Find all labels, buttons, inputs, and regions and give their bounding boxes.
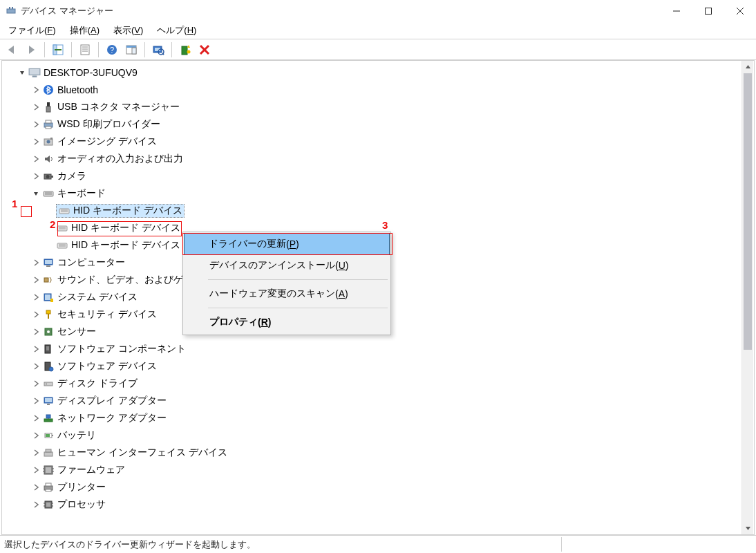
tree-category-label: ディスプレイ アダプター [57,395,167,407]
chevron-right-icon[interactable] [30,498,42,511]
tree-category[interactable]: プリンター [2,478,754,496]
vertical-scrollbar[interactable] [741,61,753,534]
tree-root[interactable]: DESKTOP-3UFUQV9 [2,64,754,81]
ctx-update-driver-accel: P [290,238,296,250]
tree-category[interactable]: ヒューマン インターフェイス デバイス [2,444,754,461]
tree-category[interactable]: プロセッサ [2,496,754,513]
toolbar-separator [71,42,72,57]
tree-category[interactable]: ネットワーク アダプター [2,409,754,427]
tree-category-label: ネットワーク アダプター [57,412,167,424]
tree-category[interactable]: ファームウェア [2,461,754,478]
audio-icon [42,153,55,165]
window-title: デバイス マネージャー [21,5,661,17]
scroll-up-icon[interactable] [742,61,753,73]
chevron-right-icon[interactable] [30,377,42,390]
properties-button[interactable] [76,41,94,59]
tree-category[interactable]: イメージング デバイス [2,133,754,150]
menu-help[interactable]: ヘルプ(H) [150,23,203,38]
svg-rect-56 [44,278,48,282]
scroll-thumb[interactable] [744,73,752,350]
tree-device[interactable]: HID キーボード デバイス [2,202,754,219]
battery-icon [42,429,55,442]
chevron-right-icon[interactable] [30,481,42,494]
chevron-right-icon[interactable] [30,274,42,286]
tree-category-label: Bluetooth [57,84,98,95]
chevron-down-icon[interactable] [30,187,42,200]
chevron-right-icon[interactable] [30,135,42,148]
show-hide-tree-button[interactable] [49,41,67,59]
ctx-uninstall-device[interactable]: デバイスのアンインストール(U) [185,254,389,276]
chevron-right-icon[interactable] [30,153,42,165]
chevron-right-icon[interactable] [30,291,42,303]
tree-category[interactable]: オーディオの入力および出力 [2,150,754,167]
chevron-right-icon[interactable] [30,412,42,424]
chevron-right-icon[interactable] [30,308,42,321]
menu-file[interactable]: ファイル(F) [1,23,63,38]
tree-category[interactable]: WSD 印刷プロバイダー [2,115,754,133]
tree-category-label: オーディオの入力および出力 [57,153,183,165]
update-driver-button[interactable] [176,41,194,59]
tree-category[interactable]: バッテリ [2,427,754,444]
menu-action[interactable]: 操作(A) [63,23,106,38]
tree-category-label: ソフトウェア コンポーネント [57,343,186,355]
tree-category-label: プリンター [57,481,106,494]
scan-hardware-button[interactable] [149,41,167,59]
svg-rect-0 [7,9,15,13]
ctx-properties[interactable]: プロパティ(R) [185,311,389,333]
details-pane-icon [125,44,138,56]
svg-rect-61 [48,314,49,319]
disable-device-button[interactable] [196,41,214,59]
update-driver-icon [179,44,191,56]
maximize-button[interactable] [692,0,724,22]
chevron-right-icon[interactable] [30,170,42,182]
svg-rect-33 [46,120,51,123]
tree-category[interactable]: ディスプレイ アダプター [2,392,754,409]
svg-rect-73 [44,419,53,422]
tree-category[interactable]: キーボード [2,185,754,202]
tree-category-label: ファームウェア [57,464,125,476]
chevron-right-icon[interactable] [30,395,42,407]
svg-text:?: ? [110,46,114,54]
tree-category[interactable]: カメラ [2,167,754,185]
properties-sheet-icon [79,44,91,56]
chevron-right-icon[interactable] [30,256,42,269]
scroll-down-icon[interactable] [742,523,753,534]
tree-category-label: WSD 印刷プロバイダー [57,118,160,131]
help-button[interactable]: ? [103,41,121,59]
svg-rect-4 [706,8,712,14]
chevron-right-icon[interactable] [30,343,42,355]
ctx-update-driver[interactable]: ドライバーの更新(P) [184,233,390,255]
back-button[interactable] [3,41,21,59]
tree-category[interactable]: USB コネクタ マネージャー [2,98,754,115]
toolbar: ? [0,39,756,60]
printer-icon [42,481,55,494]
tree-category[interactable]: Bluetooth [2,81,754,98]
svg-point-63 [47,330,50,333]
close-button[interactable] [724,0,756,22]
minimize-button[interactable] [661,0,692,22]
svg-rect-28 [32,75,37,77]
chevron-right-icon[interactable] [30,101,42,113]
chevron-right-icon[interactable] [30,84,42,96]
svg-rect-18 [132,48,136,54]
details-button[interactable] [122,41,140,59]
chevron-down-icon[interactable] [16,66,28,79]
forward-button[interactable] [22,41,40,59]
back-icon [6,44,18,56]
tree-category[interactable]: ディスク ドライブ [2,375,754,392]
statusbar: 選択したデバイスのドライバー更新ウィザードを起動します。 [0,535,756,553]
menu-view[interactable]: 表示(V) [106,23,150,38]
chevron-right-icon[interactable] [30,360,42,373]
toolbar-separator [44,42,45,57]
ctx-scan-hardware[interactable]: ハードウェア変更のスキャン(A) [185,283,389,305]
chevron-right-icon[interactable] [30,447,42,459]
imaging-icon [42,135,55,148]
soft-dev-icon [42,360,55,373]
tree-category[interactable]: ソフトウェア デバイス [2,357,754,375]
chevron-right-icon[interactable] [30,118,42,131]
tree-category[interactable]: ソフトウェア コンポーネント [2,340,754,357]
chevron-right-icon[interactable] [30,464,42,476]
menu-action-accel: A [91,25,97,35]
chevron-right-icon[interactable] [30,326,42,338]
chevron-right-icon[interactable] [30,429,42,442]
